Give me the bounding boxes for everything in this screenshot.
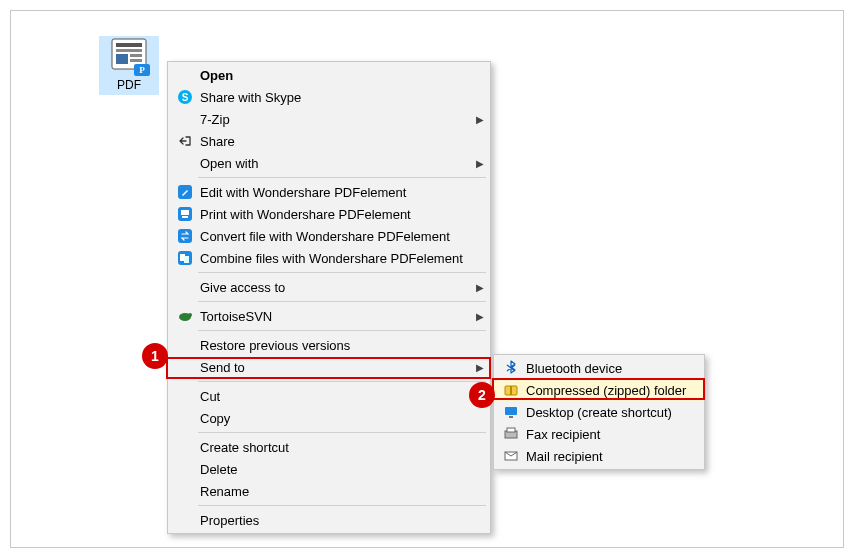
svg-rect-12 [181,210,189,215]
menu-delete-label: Delete [196,462,484,477]
svg-rect-13 [182,216,188,218]
mail-icon [500,448,522,464]
skype-icon: S [174,89,196,105]
canvas: P PDF Open S Share with Skype 7-Zip ▶ Sh… [10,10,844,548]
file-pdf[interactable]: P PDF [99,36,159,95]
svg-rect-17 [184,256,189,263]
menu-copy-label: Copy [196,411,484,426]
menu-delete[interactable]: Delete [168,458,490,480]
submenu-mail-label: Mail recipient [522,449,698,464]
svg-rect-1 [116,43,142,47]
chevron-right-icon: ▶ [470,282,484,293]
svg-rect-3 [116,54,128,64]
menu-copy[interactable]: Copy [168,407,490,429]
menu-rename-label: Rename [196,484,484,499]
menu-convert-pdfelement[interactable]: Convert file with Wondershare PDFelement [168,225,490,247]
menu-tortoisesvn-label: TortoiseSVN [196,309,470,324]
submenu-mail[interactable]: Mail recipient [494,445,704,467]
menu-combine-pdfelement[interactable]: Combine files with Wondershare PDFelemen… [168,247,490,269]
menu-share[interactable]: Share [168,130,490,152]
svg-point-19 [188,313,192,317]
menu-edit-pdfelement[interactable]: Edit with Wondershare PDFelement [168,181,490,203]
submenu-bluetooth[interactable]: Bluetooth device [494,357,704,379]
svg-rect-25 [507,428,515,432]
menu-share-skype[interactable]: S Share with Skype [168,86,490,108]
menu-properties-label: Properties [196,513,484,528]
menu-give-access[interactable]: Give access to ▶ [168,276,490,298]
chevron-right-icon: ▶ [470,362,484,373]
svg-text:S: S [182,92,189,103]
bluetooth-icon [500,360,522,376]
sendto-submenu: Bluetooth device Compressed (zipped) fol… [493,354,705,470]
svg-text:P: P [139,65,145,75]
separator [198,301,486,302]
svg-rect-22 [505,407,517,415]
menu-combine-pdfelement-label: Combine files with Wondershare PDFelemen… [196,251,484,266]
pdfelement-combine-icon [174,250,196,266]
separator [198,177,486,178]
pdfelement-convert-icon [174,228,196,244]
menu-open-with-label: Open with [196,156,470,171]
pdfelement-print-icon [174,206,196,222]
submenu-bluetooth-label: Bluetooth device [522,361,698,376]
separator [198,505,486,506]
svg-rect-14 [178,229,192,243]
annotation-badge-1: 1 [142,343,168,369]
file-label: PDF [99,78,159,92]
menu-tortoisesvn[interactable]: TortoiseSVN ▶ [168,305,490,327]
menu-share-skype-label: Share with Skype [196,90,484,105]
menu-print-pdfelement[interactable]: Print with Wondershare PDFelement [168,203,490,225]
separator [198,381,486,382]
menu-restore-versions[interactable]: Restore previous versions [168,334,490,356]
menu-print-pdfelement-label: Print with Wondershare PDFelement [196,207,484,222]
menu-share-label: Share [196,134,484,149]
submenu-fax-label: Fax recipient [522,427,698,442]
svg-rect-21 [510,386,512,395]
menu-7zip-label: 7-Zip [196,112,470,127]
chevron-right-icon: ▶ [470,158,484,169]
fax-icon [500,426,522,442]
pdf-thumbnail: P [108,38,150,76]
menu-create-shortcut[interactable]: Create shortcut [168,436,490,458]
share-icon [174,133,196,149]
separator [198,330,486,331]
pdfelement-edit-icon [174,184,196,200]
menu-give-access-label: Give access to [196,280,470,295]
submenu-compressed-folder[interactable]: Compressed (zipped) folder [494,379,704,401]
menu-create-shortcut-label: Create shortcut [196,440,484,455]
menu-send-to-label: Send to [196,360,470,375]
menu-open-label: Open [196,68,484,83]
menu-cut[interactable]: Cut [168,385,490,407]
svg-rect-5 [130,59,142,62]
menu-properties[interactable]: Properties [168,509,490,531]
separator [198,272,486,273]
zip-folder-icon [500,382,522,398]
menu-edit-pdfelement-label: Edit with Wondershare PDFelement [196,185,484,200]
tortoisesvn-icon [174,308,196,324]
svg-rect-2 [116,49,142,52]
menu-send-to[interactable]: Send to ▶ [168,356,490,378]
menu-convert-pdfelement-label: Convert file with Wondershare PDFelement [196,229,484,244]
submenu-desktop-shortcut[interactable]: Desktop (create shortcut) [494,401,704,423]
menu-open-with[interactable]: Open with ▶ [168,152,490,174]
separator [198,432,486,433]
submenu-fax[interactable]: Fax recipient [494,423,704,445]
menu-cut-label: Cut [196,389,484,404]
chevron-right-icon: ▶ [470,114,484,125]
annotation-badge-2: 2 [469,382,495,408]
menu-rename[interactable]: Rename [168,480,490,502]
menu-open[interactable]: Open [168,64,490,86]
submenu-compressed-folder-label: Compressed (zipped) folder [522,383,698,398]
chevron-right-icon: ▶ [470,311,484,322]
svg-rect-23 [509,416,513,418]
menu-restore-versions-label: Restore previous versions [196,338,484,353]
context-menu: Open S Share with Skype 7-Zip ▶ Share Op… [167,61,491,534]
submenu-desktop-shortcut-label: Desktop (create shortcut) [522,405,698,420]
desktop-icon [500,404,522,420]
menu-7zip[interactable]: 7-Zip ▶ [168,108,490,130]
svg-rect-4 [130,54,142,57]
